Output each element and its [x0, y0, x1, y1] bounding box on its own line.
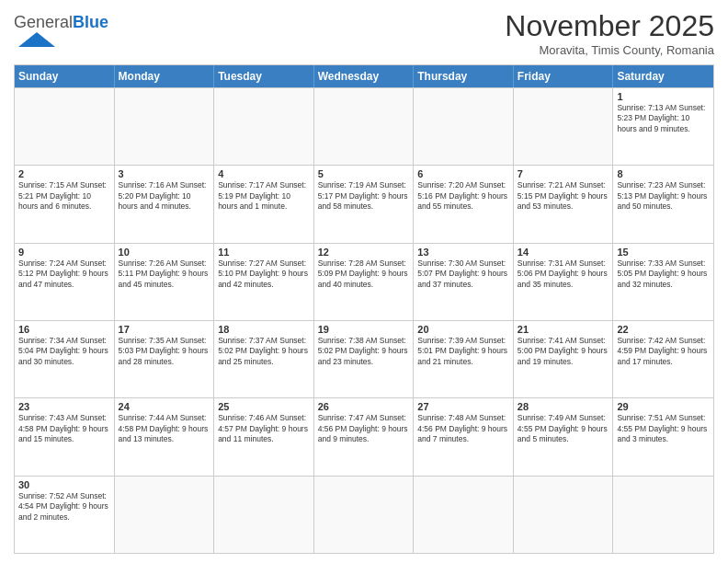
cell-info: Sunrise: 7:19 AM Sunset: 5:17 PM Dayligh… [318, 180, 410, 212]
cal-cell: 11Sunrise: 7:27 AM Sunset: 5:10 PM Dayli… [214, 244, 314, 320]
cal-cell: 8Sunrise: 7:23 AM Sunset: 5:13 PM Daylig… [613, 166, 713, 242]
calendar-header: SundayMondayTuesdayWednesdayThursdayFrid… [15, 65, 713, 87]
col-header-thursday: Thursday [414, 65, 514, 87]
cal-cell: 18Sunrise: 7:37 AM Sunset: 5:02 PM Dayli… [214, 321, 314, 397]
cal-cell: 6Sunrise: 7:20 AM Sunset: 5:16 PM Daylig… [414, 166, 514, 242]
week-row-2: 2Sunrise: 7:15 AM Sunset: 5:21 PM Daylig… [15, 165, 713, 242]
cell-date: 29 [617, 401, 710, 412]
cal-cell: 27Sunrise: 7:48 AM Sunset: 4:56 PM Dayli… [414, 398, 514, 475]
cell-info: Sunrise: 7:24 AM Sunset: 5:12 PM Dayligh… [18, 259, 110, 290]
cal-cell: 5Sunrise: 7:19 AM Sunset: 5:17 PM Daylig… [314, 166, 415, 242]
cell-date: 24 [119, 401, 210, 412]
cell-info: Sunrise: 7:31 AM Sunset: 5:06 PM Dayligh… [518, 259, 609, 290]
week-row-6: 30Sunrise: 7:52 AM Sunset: 4:54 PM Dayli… [15, 476, 713, 553]
cell-date: 6 [417, 168, 509, 179]
col-header-saturday: Saturday [613, 65, 713, 87]
cell-info: Sunrise: 7:33 AM Sunset: 5:05 PM Dayligh… [617, 259, 710, 290]
week-row-3: 9Sunrise: 7:24 AM Sunset: 5:12 PM Daylig… [15, 243, 713, 320]
cal-cell: 30Sunrise: 7:52 AM Sunset: 4:54 PM Dayli… [15, 477, 115, 553]
col-header-wednesday: Wednesday [314, 65, 415, 87]
cal-cell: 24Sunrise: 7:44 AM Sunset: 4:58 PM Dayli… [115, 398, 215, 475]
cell-info: Sunrise: 7:26 AM Sunset: 5:11 PM Dayligh… [119, 259, 210, 290]
cell-info: Sunrise: 7:23 AM Sunset: 5:13 PM Dayligh… [617, 180, 710, 212]
cal-cell [514, 477, 614, 553]
cell-info: Sunrise: 7:37 AM Sunset: 5:02 PM Dayligh… [218, 336, 310, 367]
cell-date: 18 [218, 324, 310, 335]
week-row-5: 23Sunrise: 7:43 AM Sunset: 4:58 PM Dayli… [15, 397, 713, 475]
cell-date: 19 [318, 324, 410, 335]
logo-icon [14, 30, 60, 49]
cal-cell [214, 477, 314, 553]
title-block: November 2025 Moravita, Timis County, Ro… [505, 9, 714, 57]
cal-cell: 13Sunrise: 7:30 AM Sunset: 5:07 PM Dayli… [414, 244, 514, 320]
cell-date: 13 [417, 247, 509, 258]
cal-cell: 7Sunrise: 7:21 AM Sunset: 5:15 PM Daylig… [514, 166, 614, 242]
cell-date: 12 [318, 247, 410, 258]
cell-info: Sunrise: 7:13 AM Sunset: 5:23 PM Dayligh… [617, 103, 710, 134]
cell-info: Sunrise: 7:16 AM Sunset: 5:20 PM Dayligh… [119, 180, 210, 212]
logo-general: General [14, 13, 73, 31]
cell-date: 15 [617, 247, 710, 258]
cell-date: 1 [617, 91, 710, 102]
col-header-monday: Monday [115, 65, 215, 87]
cell-info: Sunrise: 7:20 AM Sunset: 5:16 PM Dayligh… [417, 180, 509, 212]
cal-cell [115, 477, 215, 553]
cell-info: Sunrise: 7:27 AM Sunset: 5:10 PM Dayligh… [218, 259, 310, 290]
logo-blue: Blue [73, 13, 108, 31]
cell-date: 20 [417, 324, 509, 335]
cell-date: 9 [18, 247, 110, 258]
cell-info: Sunrise: 7:38 AM Sunset: 5:02 PM Dayligh… [318, 336, 410, 367]
calendar: SundayMondayTuesdayWednesdayThursdayFrid… [14, 64, 714, 554]
cal-cell: 25Sunrise: 7:46 AM Sunset: 4:57 PM Dayli… [214, 398, 314, 475]
cell-info: Sunrise: 7:42 AM Sunset: 4:59 PM Dayligh… [617, 336, 710, 367]
cell-info: Sunrise: 7:51 AM Sunset: 4:55 PM Dayligh… [617, 413, 710, 444]
page: GeneralBlue November 2025 Moravita, Timi… [0, 0, 728, 563]
cal-cell [15, 88, 115, 165]
cell-date: 10 [119, 247, 210, 258]
cal-cell [514, 88, 614, 165]
cell-date: 27 [417, 401, 509, 412]
cal-cell: 17Sunrise: 7:35 AM Sunset: 5:03 PM Dayli… [115, 321, 215, 397]
week-row-4: 16Sunrise: 7:34 AM Sunset: 5:04 PM Dayli… [15, 320, 713, 397]
cell-info: Sunrise: 7:49 AM Sunset: 4:55 PM Dayligh… [518, 413, 609, 444]
cal-cell [414, 477, 514, 553]
col-header-friday: Friday [514, 65, 614, 87]
calendar-body: 1Sunrise: 7:13 AM Sunset: 5:23 PM Daylig… [15, 87, 713, 553]
cell-info: Sunrise: 7:30 AM Sunset: 5:07 PM Dayligh… [417, 259, 509, 290]
cell-info: Sunrise: 7:52 AM Sunset: 4:54 PM Dayligh… [18, 491, 110, 523]
cell-date: 23 [18, 401, 110, 412]
cell-info: Sunrise: 7:28 AM Sunset: 5:09 PM Dayligh… [318, 259, 410, 290]
cal-cell: 22Sunrise: 7:42 AM Sunset: 4:59 PM Dayli… [613, 321, 713, 397]
cell-date: 17 [119, 324, 210, 335]
cell-date: 22 [617, 324, 710, 335]
cal-cell [613, 477, 713, 553]
cal-cell: 29Sunrise: 7:51 AM Sunset: 4:55 PM Dayli… [613, 398, 713, 475]
cal-cell [414, 88, 514, 165]
location-subtitle: Moravita, Timis County, Romania [505, 43, 714, 57]
cal-cell: 26Sunrise: 7:47 AM Sunset: 4:56 PM Dayli… [314, 398, 415, 475]
cal-cell: 4Sunrise: 7:17 AM Sunset: 5:19 PM Daylig… [214, 166, 314, 242]
cell-date: 4 [218, 168, 310, 179]
week-row-1: 1Sunrise: 7:13 AM Sunset: 5:23 PM Daylig… [15, 87, 713, 165]
cell-date: 14 [518, 247, 609, 258]
header: GeneralBlue November 2025 Moravita, Timi… [14, 9, 714, 57]
cal-cell: 16Sunrise: 7:34 AM Sunset: 5:04 PM Dayli… [15, 321, 115, 397]
cell-date: 7 [518, 168, 609, 179]
cal-cell: 28Sunrise: 7:49 AM Sunset: 4:55 PM Dayli… [514, 398, 614, 475]
col-header-sunday: Sunday [15, 65, 115, 87]
cal-cell: 14Sunrise: 7:31 AM Sunset: 5:06 PM Dayli… [514, 244, 614, 320]
cell-info: Sunrise: 7:17 AM Sunset: 5:19 PM Dayligh… [218, 180, 310, 212]
cal-cell: 2Sunrise: 7:15 AM Sunset: 5:21 PM Daylig… [15, 166, 115, 242]
cell-info: Sunrise: 7:15 AM Sunset: 5:21 PM Dayligh… [18, 180, 110, 212]
cell-date: 25 [218, 401, 310, 412]
cell-date: 11 [218, 247, 310, 258]
cal-cell: 10Sunrise: 7:26 AM Sunset: 5:11 PM Dayli… [115, 244, 215, 320]
cell-date: 3 [119, 168, 210, 179]
cell-date: 8 [617, 168, 710, 179]
cal-cell: 20Sunrise: 7:39 AM Sunset: 5:01 PM Dayli… [414, 321, 514, 397]
cal-cell: 9Sunrise: 7:24 AM Sunset: 5:12 PM Daylig… [15, 244, 115, 320]
cell-date: 30 [18, 479, 110, 490]
cal-cell: 15Sunrise: 7:33 AM Sunset: 5:05 PM Dayli… [613, 244, 713, 320]
cell-info: Sunrise: 7:41 AM Sunset: 5:00 PM Dayligh… [518, 336, 609, 367]
cal-cell: 12Sunrise: 7:28 AM Sunset: 5:09 PM Dayli… [314, 244, 415, 320]
